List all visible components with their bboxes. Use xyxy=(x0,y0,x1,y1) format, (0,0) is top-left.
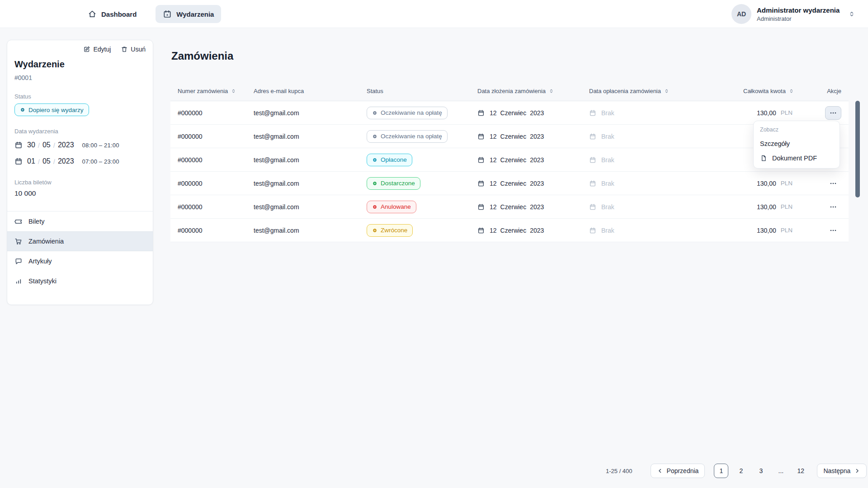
date-separator: / xyxy=(38,141,40,149)
buyer-email: test@gmail.com xyxy=(246,227,359,234)
table-row[interactable]: #000000 test@gmail.com Anulowane 12Czerw… xyxy=(170,195,849,219)
total-amount: 130,00PLN xyxy=(693,203,796,211)
sort-icon[interactable] xyxy=(789,89,794,94)
sidebar-item-label: Bilety xyxy=(28,218,44,225)
event-sidebar: Edytuj Usuń Wydarzenie #0001 Status Dopi… xyxy=(7,40,153,305)
column-header-kwota[interactable]: Całkowita kwota xyxy=(693,88,796,94)
sidebar-menu: Bilety Zamówienia Artykuły Statystyki xyxy=(7,211,153,291)
row-actions-button[interactable] xyxy=(825,200,841,214)
dropdown-item-szczegoly[interactable]: Szczegóły xyxy=(760,140,833,147)
order-number: #000000 xyxy=(170,203,246,211)
top-navbar: Dashboard Wydarzenia AD Administrator wy… xyxy=(0,0,868,28)
ticket-icon xyxy=(14,217,23,225)
sidebar-item-zamowienia[interactable]: Zamówienia xyxy=(7,231,153,251)
edit-button[interactable]: Edytuj xyxy=(83,46,111,53)
sidebar-item-label: Statystyki xyxy=(28,277,57,285)
row-actions-button[interactable] xyxy=(825,224,841,237)
table-row[interactable]: #000000 test@gmail.com Opłacone 12Czerwi… xyxy=(170,148,849,172)
calendar-icon xyxy=(477,133,485,140)
tickets-value: 10 000 xyxy=(14,189,146,197)
row-actions-button[interactable] xyxy=(825,106,841,120)
table-header-row: Numer zamówienia Adres e-mail kupca Stat… xyxy=(170,81,849,101)
order-paid-date: Brak xyxy=(582,133,693,140)
currency: PLN xyxy=(781,227,793,234)
sidebar-item-bilety[interactable]: Bilety xyxy=(7,211,153,231)
total-amount: 130,00PLN xyxy=(693,180,796,187)
order-placed-date: 12Czerwiec2023 xyxy=(470,109,582,117)
calendar-icon xyxy=(14,141,23,149)
nav-tab-dashboard[interactable]: Dashboard xyxy=(80,5,144,23)
dropdown-group-label: Zobacz xyxy=(760,127,833,133)
order-paid-date: Brak xyxy=(582,203,693,211)
sort-icon[interactable] xyxy=(231,89,236,94)
date-year: 2023 xyxy=(58,141,74,149)
page-title: Zamówienia xyxy=(171,50,233,62)
next-page-button[interactable]: Następna xyxy=(817,464,867,478)
avatar: AD xyxy=(731,4,751,24)
calendar-icon xyxy=(163,9,172,19)
nav-tab-label: Wydarzenia xyxy=(176,10,214,18)
status-badge: Dostarczone xyxy=(367,177,420,190)
table-row[interactable]: #000000 test@gmail.com Oczekiwanie na op… xyxy=(170,125,849,148)
column-header-akcje: Akcje xyxy=(796,88,849,94)
order-placed-date: 12Czerwiec2023 xyxy=(470,133,582,140)
pagination: 1-25 / 400 Poprzednia 1 2 3 ... 12 Nastę… xyxy=(606,464,867,478)
sidebar-item-label: Zamówienia xyxy=(28,238,64,245)
user-menu[interactable]: AD Administrator wydarzenia Administrato… xyxy=(731,4,855,24)
sidebar-item-label: Artykuły xyxy=(28,258,52,265)
avatar-initials: AD xyxy=(737,10,746,18)
dot-icon xyxy=(372,228,377,233)
sort-icon[interactable] xyxy=(664,89,669,94)
date-month: 05 xyxy=(42,157,51,165)
calendar-icon xyxy=(589,133,596,140)
order-placed-date: 12Czerwiec2023 xyxy=(470,227,582,234)
page-button-2[interactable]: 2 xyxy=(734,464,748,478)
table-row[interactable]: #000000 test@gmail.com Zwrócone 12Czerwi… xyxy=(170,219,849,242)
currency: PLN xyxy=(781,180,793,187)
date-separator: / xyxy=(38,158,40,165)
sidebar-item-statystyki[interactable]: Statystyki xyxy=(7,271,153,291)
sidebar-item-artykuly[interactable]: Artykuły xyxy=(7,251,153,271)
page-button-12[interactable]: 12 xyxy=(793,464,808,478)
date-time-range: 07:00 – 23:00 xyxy=(82,158,119,165)
column-header-data-oplacenia[interactable]: Data opłacenia zamówienia xyxy=(582,88,693,94)
event-actions: Edytuj Usuń xyxy=(14,46,146,53)
edit-label: Edytuj xyxy=(93,46,111,53)
page-button-1[interactable]: 1 xyxy=(714,464,728,478)
column-header-numer[interactable]: Numer zamówienia xyxy=(170,88,246,94)
status-badge: Oczekiwanie na opłatę xyxy=(367,130,448,143)
dropdown-item-dokument-pdf[interactable]: Dokument PDF xyxy=(760,155,833,162)
buyer-email: test@gmail.com xyxy=(246,156,359,164)
status-label: Status xyxy=(14,93,146,100)
order-paid-date: Brak xyxy=(582,227,693,234)
event-status-badge: Dopiero się wydarzy xyxy=(14,103,89,116)
sort-icon[interactable] xyxy=(549,89,554,94)
date-time-range: 08:00 – 21:00 xyxy=(82,142,119,149)
calendar-icon xyxy=(477,109,485,117)
date-day: 30 xyxy=(27,141,35,149)
column-header-data-zlozenia[interactable]: Data złożenia zamówienia xyxy=(470,88,582,94)
user-role: Administrator xyxy=(757,15,840,23)
calendar-icon xyxy=(589,180,596,187)
table-row[interactable]: #000000 test@gmail.com Dostarczone 12Cze… xyxy=(170,172,849,195)
order-placed-date: 12Czerwiec2023 xyxy=(470,180,582,187)
delete-button[interactable]: Usuń xyxy=(121,46,146,53)
nav-tab-wydarzenia[interactable]: Wydarzenia xyxy=(156,5,221,23)
table-row[interactable]: #000000 test@gmail.com Oczekiwanie na op… xyxy=(170,101,849,125)
row-actions-button[interactable] xyxy=(825,177,841,190)
order-placed-date: 12Czerwiec2023 xyxy=(470,203,582,211)
tickets-label: Liczba biletów xyxy=(14,179,146,186)
order-paid-date: Brak xyxy=(582,156,693,164)
dot-icon xyxy=(20,107,25,113)
buyer-email: test@gmail.com xyxy=(246,133,359,140)
scrollbar-thumb[interactable] xyxy=(855,101,860,197)
date-month: 05 xyxy=(42,141,51,149)
page-button-3[interactable]: 3 xyxy=(754,464,768,478)
buyer-email: test@gmail.com xyxy=(246,180,359,187)
buyer-email: test@gmail.com xyxy=(246,109,359,117)
prev-page-button[interactable]: Poprzednia xyxy=(651,464,705,478)
date-year: 2023 xyxy=(58,157,74,165)
event-date-row: 01 / 05 / 2023 07:00 – 23:00 xyxy=(14,155,146,167)
date-separator: / xyxy=(53,158,55,165)
chevron-left-icon xyxy=(657,468,663,474)
